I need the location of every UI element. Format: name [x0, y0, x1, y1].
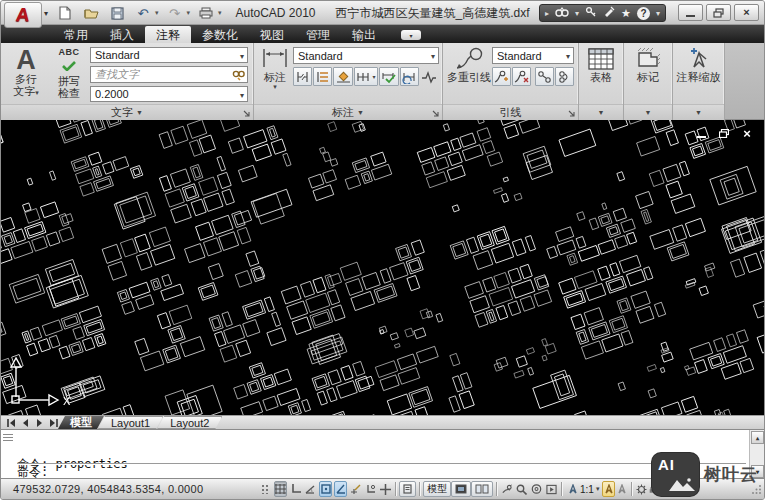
redo-button[interactable]: ↷ [165, 4, 185, 22]
panel-annotation-scaling-footer[interactable]: ▼ [673, 104, 724, 120]
panel-text-footer[interactable]: 文字▼ [1, 104, 253, 120]
polar-toggle[interactable] [304, 481, 317, 497]
pan-button[interactable] [500, 481, 513, 497]
jog-line-button[interactable] [420, 67, 439, 86]
ortho-toggle[interactable] [289, 481, 302, 497]
favorites-star-icon[interactable]: ★ [621, 7, 631, 20]
plot-button[interactable] [196, 4, 216, 22]
update-dimension-button[interactable] [400, 67, 419, 86]
tab-layout1[interactable]: Layout1 [98, 416, 163, 429]
add-leader-button[interactable] [492, 67, 511, 86]
ribbon-minimize-button[interactable]: ▾ [401, 30, 421, 40]
tab-model[interactable]: 模型 [58, 416, 104, 429]
annotation-scale-dropdown-icon[interactable]: ▾ [596, 485, 600, 493]
scroll-up-icon[interactable]: ▲ [751, 431, 764, 444]
tab-insert[interactable]: 插入 [99, 26, 145, 43]
adjust-space-button[interactable] [313, 67, 332, 86]
annotation-scaling-button[interactable]: 注释缩放 [675, 45, 723, 102]
dimension-button[interactable]: 标注 ▾ [257, 45, 293, 102]
workspace-switch-button[interactable] [635, 481, 648, 497]
multileader-button[interactable]: 多重引线 [446, 45, 492, 102]
dimension-dialog-launcher-icon[interactable] [432, 110, 440, 118]
new-file-button[interactable] [55, 4, 75, 22]
redo-dropdown-icon[interactable]: ▾ [187, 9, 191, 17]
panel-table-footer[interactable]: ▼ [579, 104, 623, 120]
panel-dimension-footer[interactable]: 标注▼ [254, 104, 442, 120]
inspect-dimension-button[interactable] [379, 67, 398, 86]
drawing-area[interactable]: × X [1, 120, 764, 415]
otrack-toggle[interactable] [349, 481, 362, 497]
tab-home[interactable]: 常用 [53, 26, 99, 43]
next-tab-icon[interactable] [33, 417, 46, 428]
show-motion-button[interactable] [545, 481, 558, 497]
drawing-close-icon[interactable]: × [740, 127, 754, 140]
first-tab-icon[interactable] [5, 417, 18, 428]
tab-output[interactable]: 输出 [341, 26, 387, 43]
snap-toggle[interactable] [259, 481, 272, 497]
command-grip-icon[interactable] [3, 432, 13, 444]
align-leaders-button[interactable] [535, 67, 554, 86]
collect-leaders-button[interactable] [555, 67, 574, 86]
tab-layout2[interactable]: Layout2 [157, 416, 222, 429]
dynamic-ucs-toggle[interactable] [364, 481, 377, 497]
model-space-canvas[interactable] [1, 120, 764, 415]
minimize-button[interactable] [678, 4, 703, 21]
annotation-scale-control[interactable]: 1:1 ▾ [565, 481, 602, 497]
application-menu-button[interactable]: A [4, 2, 42, 28]
help-icon[interactable]: ? [637, 7, 650, 20]
text-height-combo[interactable]: 0.2000▾ [90, 86, 248, 102]
leader-dialog-launcher-icon[interactable] [568, 110, 576, 118]
command-window[interactable]: 命令: properties 命令: '_.zoom _e 命令: ▲ ▼ [1, 429, 764, 478]
search-dropdown-icon[interactable]: ▾ [575, 9, 579, 18]
steering-wheel-button[interactable] [530, 481, 543, 497]
panel-markup-footer[interactable]: ▼ [624, 104, 672, 120]
open-folder-button[interactable] [81, 4, 101, 22]
help-dropdown-icon[interactable]: ▾ [656, 9, 660, 18]
prev-tab-icon[interactable] [19, 417, 32, 428]
communication-satellite-icon[interactable] [603, 4, 615, 22]
dimension-style-combo[interactable]: Standard▾ [293, 47, 439, 64]
last-tab-icon[interactable] [47, 417, 60, 428]
search-binoculars-icon[interactable] [555, 4, 569, 22]
angle-osnap-toggle[interactable] [334, 481, 347, 497]
tab-view[interactable]: 视图 [249, 26, 295, 43]
zoom-button[interactable] [515, 481, 528, 497]
continue-dimension-button[interactable]: ▾ [354, 67, 379, 86]
auto-scale-button[interactable] [615, 481, 628, 497]
quick-view-layouts-button[interactable] [451, 481, 471, 497]
dynamic-input-toggle[interactable] [379, 481, 392, 497]
drawing-restore-icon[interactable] [717, 127, 731, 140]
text-dialog-launcher-icon[interactable] [243, 110, 251, 118]
annotation-visibility-button[interactable] [602, 481, 615, 497]
table-button[interactable]: 表格 [586, 45, 616, 102]
quick-properties-button[interactable] [399, 481, 416, 497]
tab-annotate[interactable]: 注释 [145, 26, 191, 43]
tab-parametric[interactable]: 参数化 [191, 26, 249, 43]
key-icon[interactable] [585, 4, 597, 22]
undo-dropdown-icon[interactable]: ▾ [155, 9, 159, 17]
grid-toggle[interactable] [274, 481, 287, 497]
find-text-input[interactable] [91, 68, 247, 81]
spell-check-button[interactable]: ABC 拼写检查 [48, 45, 90, 102]
tab-manage[interactable]: 管理 [295, 26, 341, 43]
drawing-minimize-icon[interactable] [694, 127, 708, 140]
multileader-style-combo[interactable]: Standard▾ [492, 47, 574, 64]
close-button[interactable]: × [734, 4, 759, 21]
plot-dropdown-icon[interactable]: ▾ [218, 9, 222, 17]
mtext-button[interactable]: A 多行文字▾ [4, 45, 48, 102]
restore-button[interactable] [706, 4, 731, 21]
quick-view-drawings-button[interactable] [471, 481, 493, 497]
find-binoculars-icon[interactable] [232, 69, 245, 81]
save-button[interactable] [107, 4, 127, 22]
remove-leader-button[interactable] [512, 67, 531, 86]
application-menu-dropdown-icon[interactable]: ▾ [44, 9, 48, 18]
tolerance-button[interactable] [333, 67, 352, 86]
text-style-combo[interactable]: Standard▾ [90, 47, 248, 63]
markup-button[interactable]: 标记 [633, 45, 663, 102]
model-space-button[interactable]: 模型 [423, 481, 451, 497]
command-prompt[interactable]: 命令: [17, 463, 746, 479]
undo-button[interactable]: ↶ [133, 4, 153, 22]
osnap-toggle[interactable] [319, 481, 332, 497]
panel-leader-footer[interactable]: 引线 [443, 104, 578, 120]
dimension-break-button[interactable] [293, 67, 312, 86]
